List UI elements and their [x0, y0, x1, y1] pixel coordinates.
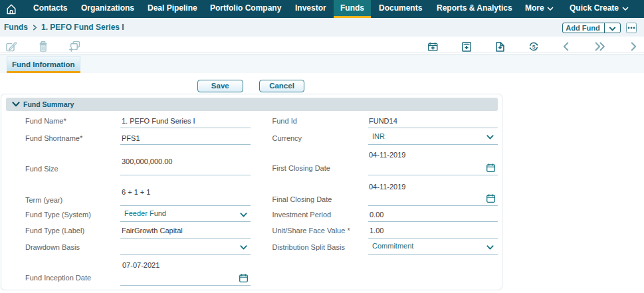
svg-text:S: S	[532, 43, 536, 49]
